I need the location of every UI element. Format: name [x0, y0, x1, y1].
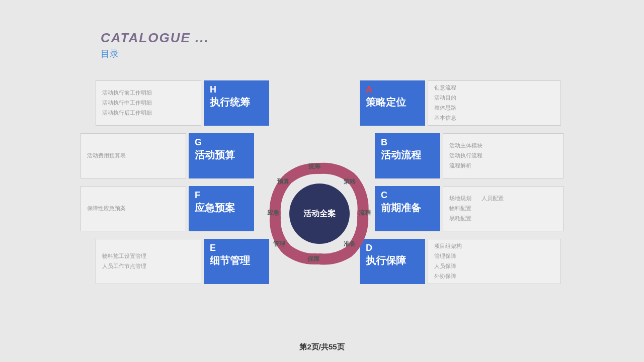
- info-A-3: 整体思路: [434, 103, 554, 113]
- section-box-F[interactable]: F 应急预案: [189, 186, 254, 231]
- center-label: 活动全案: [303, 209, 336, 219]
- info-H-2: 活动执行中工作明细: [102, 98, 195, 108]
- section-box-C[interactable]: C 前期准备: [375, 186, 440, 231]
- section-box-E[interactable]: E 细节管理: [204, 239, 269, 284]
- info-C-2: 物料配置: [449, 204, 471, 214]
- letter-H: H: [210, 84, 263, 96]
- info-G-1: 活动费用预算表: [87, 151, 180, 161]
- info-box-B: 活动主体模块 活动执行流程 流程解析: [443, 133, 564, 178]
- letter-B: B: [381, 137, 434, 148]
- info-B-3: 流程解析: [449, 161, 557, 171]
- label-E: 细节管理: [210, 254, 263, 267]
- info-D-2: 管理保障: [434, 251, 554, 261]
- info-box-E: 物料施工设置管理 人员工作节点管理: [96, 239, 201, 284]
- info-C-3: 易耗配置: [449, 214, 471, 224]
- letter-G: G: [195, 137, 248, 148]
- info-E-2: 人员工作节点管理: [102, 261, 195, 272]
- info-C-4: 人员配置: [481, 194, 504, 204]
- label-C: 前期准备: [381, 201, 434, 214]
- inner-circle: 活动全案: [289, 184, 350, 244]
- info-A-2: 活动目的: [434, 93, 554, 103]
- info-E-1: 物料施工设置管理: [102, 251, 195, 261]
- letter-C: C: [381, 190, 434, 201]
- center-circle-container: 活动全案 统筹 策略 流程 准备 保障 管理 应急 预算: [264, 158, 375, 269]
- info-B-2: 活动执行流程: [449, 151, 557, 161]
- label-H: 执行统筹: [210, 96, 263, 109]
- ring-label-top-right: 策略: [344, 177, 356, 186]
- info-H-3: 活动执行后工作明细: [102, 108, 195, 118]
- info-D-1: 项目组架构: [434, 241, 554, 251]
- info-D-4: 外协保障: [434, 272, 554, 282]
- ring-label-top-left: 预算: [277, 177, 289, 186]
- section-box-B[interactable]: B 活动流程: [375, 133, 440, 178]
- footer: 第2页/共55页: [299, 342, 344, 352]
- page-container: CATALOGUE ... 目录 H 执行统筹 活动执行前工作明细 活动执行中工…: [0, 0, 644, 362]
- info-A-4: 基本信息: [434, 113, 554, 123]
- info-D-3: 人员保障: [434, 261, 554, 272]
- section-box-G[interactable]: G 活动预算: [189, 133, 254, 178]
- info-box-D: 项目组架构 管理保障 人员保障 外协保障: [428, 239, 561, 284]
- section-box-A[interactable]: A 策略定位: [360, 80, 425, 126]
- header: CATALOGUE ... 目录: [101, 30, 209, 60]
- info-box-F: 保障性应急预案: [80, 186, 186, 231]
- letter-F: F: [195, 190, 248, 201]
- info-H-1: 活动执行前工作明细: [102, 88, 195, 98]
- label-B: 活动流程: [381, 148, 434, 161]
- info-C-1: 场地规划: [449, 194, 471, 204]
- info-box-H: 活动执行前工作明细 活动执行中工作明细 活动执行后工作明细: [96, 80, 201, 126]
- ring-label-left: 应急: [267, 209, 279, 217]
- ring-label-bottom-left: 管理: [273, 240, 285, 248]
- label-F: 应急预案: [195, 201, 248, 214]
- label-A: 策略定位: [366, 96, 419, 109]
- page-info: 第2页/共55页: [299, 342, 344, 351]
- ring-label-right: 流程: [359, 209, 371, 217]
- ring-label-bottom: 保障: [307, 255, 319, 263]
- label-G: 活动预算: [195, 148, 248, 161]
- info-B-1: 活动主体模块: [449, 141, 557, 151]
- letter-E: E: [210, 243, 263, 254]
- catalogue-title: CATALOGUE ...: [101, 30, 209, 46]
- letter-A: A: [366, 84, 419, 96]
- info-A-1: 创意流程: [434, 83, 554, 93]
- info-box-A: 创意流程 活动目的 整体思路 基本信息: [428, 80, 561, 126]
- info-box-G: 活动费用预算表: [80, 133, 186, 178]
- diagram-area: H 执行统筹 活动执行前工作明细 活动执行中工作明细 活动执行后工作明细 A 策…: [80, 80, 564, 312]
- subtitle: 目录: [101, 48, 209, 60]
- section-box-H[interactable]: H 执行统筹: [204, 80, 269, 126]
- ring-label-bottom-right: 准备: [344, 240, 356, 248]
- ring-label-top: 统筹: [308, 162, 320, 171]
- info-box-C: 场地规划 物料配置 易耗配置 人员配置: [443, 186, 564, 231]
- info-F-1: 保障性应急预案: [87, 204, 180, 214]
